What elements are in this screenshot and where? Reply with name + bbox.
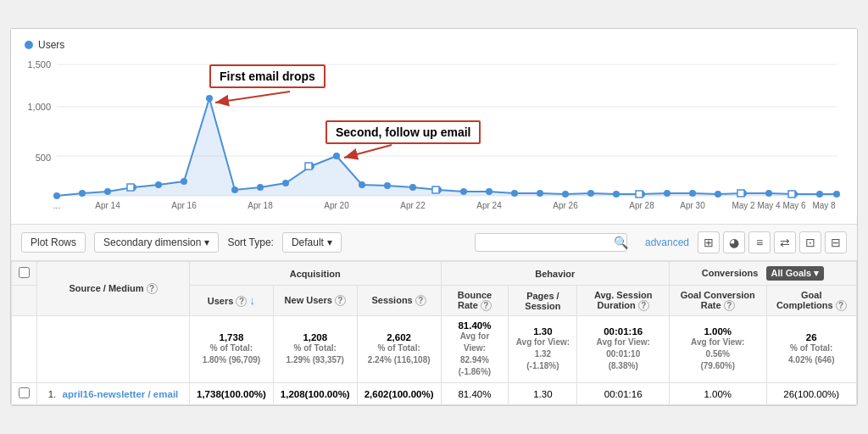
grid-view-icon[interactable]: ⊞ — [698, 231, 720, 253]
svg-rect-45 — [788, 191, 795, 198]
new-users-header[interactable]: New Users ? — [273, 286, 357, 316]
row-pages-session-cell: 1.30 — [509, 383, 577, 405]
svg-text:Apr 16: Apr 16 — [171, 201, 197, 210]
svg-point-20 — [359, 181, 365, 188]
list-view-icon[interactable]: ≡ — [748, 231, 771, 253]
new-users-help-icon[interactable]: ? — [335, 295, 346, 306]
row-new-users-cell: 1,208(100.00%) — [273, 383, 357, 405]
total-row: 1,738 % of Total: 1.80% (96,709) 1,208 %… — [12, 316, 857, 383]
goal-conversion-header[interactable]: Goal Conversion Rate ? — [670, 286, 766, 316]
select-all-checkbox[interactable] — [19, 267, 30, 278]
svg-point-26 — [511, 190, 518, 197]
svg-point-21 — [384, 182, 391, 189]
legend-dot — [25, 41, 33, 49]
search-input[interactable] — [475, 233, 627, 252]
svg-point-33 — [689, 190, 696, 197]
svg-line-60 — [215, 92, 290, 103]
svg-text:1,000: 1,000 — [27, 102, 51, 112]
svg-text:500: 500 — [36, 153, 51, 163]
svg-marker-7 — [57, 98, 837, 196]
svg-point-27 — [537, 190, 543, 197]
svg-text:May 8: May 8 — [812, 201, 836, 210]
svg-point-30 — [613, 191, 620, 198]
total-source-cell — [37, 316, 190, 383]
all-goals-button[interactable]: All Goals ▾ — [766, 266, 825, 281]
row-number: 1. — [48, 389, 57, 399]
svg-point-10 — [104, 188, 111, 195]
pivot-icon[interactable]: ⊡ — [799, 231, 821, 253]
goal-completions-help-icon[interactable]: ? — [836, 300, 847, 311]
row-goal-completions-cell: 26(100.00%) — [766, 383, 857, 405]
col-spacer — [12, 286, 37, 316]
svg-text:May 6: May 6 — [782, 201, 806, 210]
chart-svg-wrap: First email drops Second, follow up emai… — [25, 56, 843, 213]
default-sort-button[interactable]: Default ▾ — [282, 232, 342, 253]
pages-session-header[interactable]: Pages / Session — [509, 286, 577, 316]
svg-text:Apr 26: Apr 26 — [553, 201, 578, 210]
svg-point-34 — [715, 191, 721, 198]
first-email-annotation: First email drops — [209, 64, 326, 88]
toolbar: Plot Rows Secondary dimension ▾ Sort Typ… — [11, 224, 857, 261]
svg-point-9 — [79, 190, 86, 197]
behavior-header: Behavior — [441, 262, 670, 286]
pie-view-icon[interactable]: ◕ — [723, 231, 745, 253]
row-checkbox[interactable] — [19, 387, 30, 398]
svg-point-28 — [562, 191, 569, 198]
row-goal-conversion-cell: 1.00% — [670, 383, 766, 405]
svg-point-8 — [53, 192, 60, 199]
search-icon: 🔍 — [614, 236, 628, 249]
avg-session-help-icon[interactable]: ? — [638, 300, 649, 311]
users-help-icon[interactable]: ? — [236, 296, 247, 307]
svg-rect-42 — [432, 186, 439, 193]
plot-rows-button[interactable]: Plot Rows — [21, 232, 86, 253]
svg-point-24 — [460, 188, 467, 195]
total-sessions-cell: 2,602 % of Total: 2.24% (116,108) — [357, 316, 441, 383]
svg-point-17 — [282, 180, 289, 186]
svg-point-25 — [486, 188, 492, 195]
svg-text:May 4: May 4 — [757, 201, 781, 210]
sessions-header[interactable]: Sessions ? — [357, 286, 441, 316]
svg-rect-41 — [305, 163, 312, 170]
select-all-checkbox-header[interactable] — [12, 262, 37, 286]
total-bounce-rate-cell: 81.40% Avg for View: 82.94% (-1.86%) — [441, 316, 509, 383]
total-goal-conversion-cell: 1.00% Avg for View: 0.56% (79.60%) — [670, 316, 766, 383]
total-checkbox-cell — [12, 316, 37, 383]
goal-completions-header[interactable]: Goal Completions ? — [766, 286, 857, 316]
row-users-cell: 1,738(100.00%) — [190, 383, 274, 405]
secondary-dimension-button[interactable]: Secondary dimension ▾ — [94, 232, 219, 253]
row-checkbox-cell[interactable] — [12, 383, 37, 405]
advanced-link[interactable]: advanced — [645, 236, 689, 248]
bounce-rate-header[interactable]: Bounce Rate ? — [441, 286, 509, 316]
total-pages-session-cell: 1.30 Avg for View: 1.32 (-1.18%) — [509, 316, 577, 383]
row-bounce-rate-cell: 81.40% — [441, 383, 509, 405]
table-row: 1. april16-newsletter / email 1,738(100.… — [12, 383, 857, 405]
sort-arrow-icon: ↓ — [250, 294, 256, 307]
avg-session-header[interactable]: Avg. Session Duration ? — [577, 286, 670, 316]
svg-point-29 — [587, 190, 594, 197]
table-view-icon[interactable]: ⊟ — [825, 231, 847, 253]
acquisition-header: Acquisition — [190, 262, 442, 286]
sort-type-label: Sort Type: — [227, 236, 273, 248]
svg-point-13 — [181, 178, 187, 185]
svg-point-16 — [257, 184, 264, 191]
conversions-header: Conversions All Goals ▾ — [670, 262, 857, 286]
svg-point-39 — [833, 191, 840, 198]
source-medium-help-icon[interactable]: ? — [147, 283, 158, 294]
compare-icon[interactable]: ⇄ — [774, 231, 796, 253]
row-avg-session-cell: 00:01:16 — [577, 383, 670, 405]
bounce-rate-help-icon[interactable]: ? — [481, 300, 492, 311]
svg-text:Apr 14: Apr 14 — [95, 201, 120, 210]
svg-point-15 — [231, 186, 238, 193]
svg-point-38 — [816, 191, 823, 198]
row-source-link[interactable]: april16-newsletter / email — [63, 389, 179, 399]
svg-point-14 — [206, 95, 213, 102]
svg-point-32 — [664, 190, 670, 197]
svg-text:1,500: 1,500 — [27, 59, 51, 70]
table-container: Source / Medium ? Acquisition Behavior C… — [11, 261, 857, 405]
goal-conversion-help-icon[interactable]: ? — [724, 300, 735, 311]
users-header[interactable]: Users ? ↓ — [190, 286, 274, 316]
svg-point-22 — [409, 184, 416, 191]
svg-rect-44 — [737, 190, 744, 197]
sessions-help-icon[interactable]: ? — [415, 295, 426, 306]
svg-text:Apr 30: Apr 30 — [680, 201, 705, 210]
